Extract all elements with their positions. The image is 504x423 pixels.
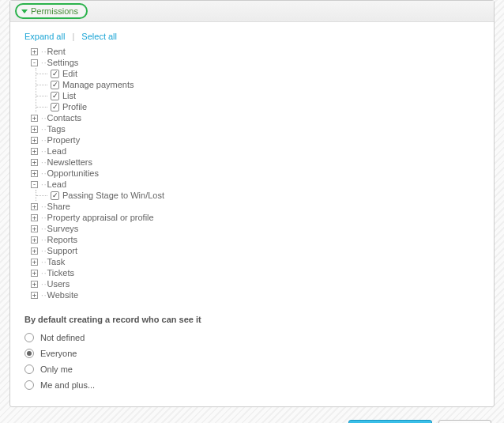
tree-child-label[interactable]: List (62, 91, 76, 100)
visibility-radio-label[interactable]: Not defined (40, 333, 85, 342)
expand-icon[interactable]: + (31, 292, 38, 299)
chevron-down-icon (21, 9, 28, 13)
permissions-title: Permissions (31, 6, 78, 16)
tree-node-label[interactable]: Tickets (47, 268, 74, 278)
permissions-toggle[interactable]: Permissions (15, 3, 88, 19)
visibility-radio-label[interactable]: Me and plus... (40, 380, 95, 390)
permission-checkbox[interactable] (51, 70, 59, 78)
visibility-radio[interactable] (24, 364, 34, 374)
visibility-radio-label[interactable]: Everyone (40, 349, 77, 358)
expand-icon[interactable]: + (31, 126, 38, 133)
permission-checkbox[interactable] (51, 103, 59, 111)
visibility-options: Not definedEveryoneOnly meMe and plus... (24, 330, 480, 392)
expand-icon[interactable]: + (31, 225, 38, 232)
expand-icon[interactable]: + (31, 236, 38, 244)
tree-node-label[interactable]: Property appraisal or profile (47, 213, 154, 222)
visibility-radio[interactable] (24, 380, 34, 390)
expand-icon[interactable]: + (31, 159, 38, 166)
tree-node-label[interactable]: Surveys (47, 224, 79, 233)
expand-icon[interactable]: + (31, 281, 38, 288)
tree-node-label[interactable]: Opportunities (47, 168, 99, 178)
tree-node-label[interactable]: Lead (47, 179, 66, 189)
expand-all-link[interactable]: Expand all (24, 32, 65, 41)
tree-node-label[interactable]: Contacts (47, 113, 81, 123)
expand-icon[interactable]: + (31, 270, 38, 277)
save-button[interactable]: Save this user (348, 420, 432, 423)
tree-node-label[interactable]: Property (47, 135, 81, 145)
tree-child-label[interactable]: Profile (62, 102, 87, 111)
panel-header: Permissions (10, 1, 494, 22)
tree-node-label[interactable]: Newsletters (47, 157, 92, 167)
tree-child-label[interactable]: Passing Stage to Win/Lost (62, 191, 164, 200)
expand-icon[interactable]: + (31, 259, 38, 266)
tree-node-label[interactable]: Share (47, 202, 70, 211)
tree-node-label[interactable]: Rent (47, 47, 66, 56)
tree-node-label[interactable]: Reports (47, 235, 78, 244)
cancel-button[interactable]: Cancel (438, 420, 491, 423)
tree-node-label[interactable]: Website (47, 290, 79, 300)
expand-icon[interactable]: + (31, 247, 38, 255)
tree-node-label[interactable]: Settings (47, 58, 79, 67)
expand-icon[interactable]: + (31, 148, 38, 155)
tree-node-label[interactable]: Support (47, 246, 78, 255)
tree-node-label[interactable]: Task (47, 257, 66, 266)
tree-node-label[interactable]: Users (47, 279, 70, 289)
expand-icon[interactable]: + (31, 115, 38, 122)
tree-node-label[interactable]: Lead (47, 146, 66, 156)
permissions-tree: +··Rent-··SettingsEditManage paymentsLis… (31, 46, 480, 300)
select-all-link[interactable]: Select all (81, 32, 117, 41)
tree-actions: Expand all | Select all (24, 32, 480, 41)
expand-icon[interactable]: + (31, 214, 38, 221)
tree-child-label[interactable]: Edit (62, 69, 77, 78)
collapse-icon[interactable]: - (31, 181, 38, 188)
tree-child-label[interactable]: Manage payments (62, 80, 134, 89)
expand-icon[interactable]: + (31, 170, 38, 177)
footer-actions: Save this user Cancel (9, 407, 495, 423)
visibility-question: By default creating a record who can see… (24, 315, 480, 324)
tree-node-label[interactable]: Tags (47, 124, 66, 134)
expand-icon[interactable]: + (31, 137, 38, 144)
permission-checkbox[interactable] (51, 191, 59, 200)
permission-checkbox[interactable] (51, 81, 59, 89)
permission-checkbox[interactable] (51, 92, 59, 100)
visibility-radio[interactable] (24, 333, 34, 342)
expand-icon[interactable]: + (31, 48, 38, 55)
collapse-icon[interactable]: - (31, 59, 38, 66)
visibility-radio[interactable] (24, 349, 34, 358)
visibility-radio-label[interactable]: Only me (40, 364, 73, 374)
expand-icon[interactable]: + (31, 203, 38, 210)
